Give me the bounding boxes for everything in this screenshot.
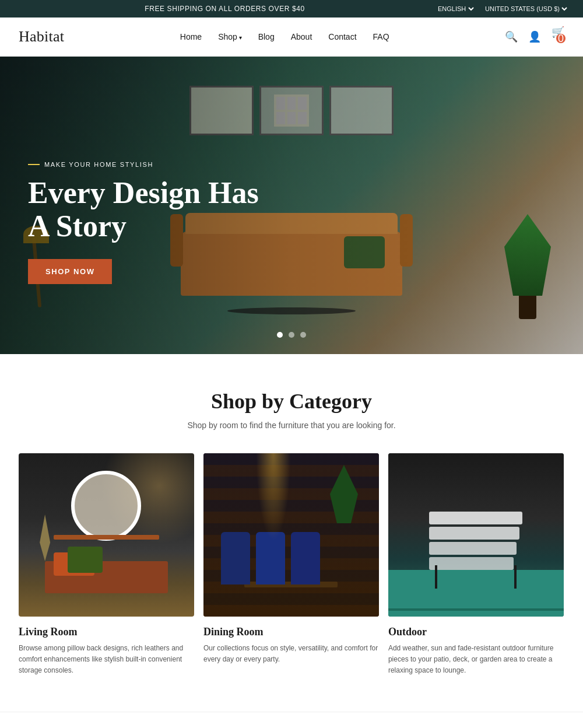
category-section-subtitle: Shop by room to find the furniture that …: [19, 421, 564, 430]
category-name-outdoor: Outdoor: [388, 626, 564, 638]
category-card-dining-room[interactable]: Dining Room Our collections focus on sty…: [203, 453, 379, 677]
category-desc-dining-room: Our collections focus on style, versatil…: [203, 643, 379, 665]
top-bar-right: ENGLISH UNITED STATES (USD $): [436, 5, 569, 13]
category-image-dining-room: [203, 453, 379, 617]
nav-about[interactable]: About: [291, 32, 312, 41]
main-nav: Home Shop Blog About Contact FAQ: [180, 32, 389, 41]
site-header: Habitat Home Shop Blog About Contact FAQ…: [0, 18, 583, 57]
header-icons: 🔍 👤 🛒 0: [505, 26, 564, 48]
hero-dot-3[interactable]: [300, 332, 306, 338]
category-section: Shop by Category Shop by room to find th…: [0, 354, 583, 712]
top-bar: FREE SHIPPING ON ALL ORDERS OVER $40 ENG…: [0, 0, 583, 18]
cart-count: 0: [556, 34, 566, 43]
category-grid: Living Room Browse among pillow back des…: [19, 453, 564, 677]
nav-contact[interactable]: Contact: [328, 32, 356, 41]
hero-dot-1[interactable]: [277, 332, 283, 338]
category-image-outdoor: [388, 453, 564, 617]
brands-section: J JARDAN vitra. Allermuir MOROSO™ FortyW…: [0, 712, 583, 728]
search-icon[interactable]: 🔍: [505, 30, 518, 43]
nav-home[interactable]: Home: [180, 32, 202, 41]
hero-title: Every Design Has A Story: [28, 176, 261, 243]
hero-cta-button[interactable]: SHOP NOW: [28, 259, 112, 284]
nav-shop[interactable]: Shop: [218, 32, 241, 41]
cart-icon[interactable]: 🛒 0: [552, 26, 564, 48]
account-icon[interactable]: 👤: [528, 30, 541, 43]
category-section-title: Shop by Category: [19, 389, 564, 414]
category-desc-outdoor: Add weather, sun and fade-resistant outd…: [388, 643, 564, 677]
language-selector[interactable]: ENGLISH: [436, 5, 476, 13]
category-card-living-room[interactable]: Living Room Browse among pillow back des…: [19, 453, 194, 677]
shipping-announcement: FREE SHIPPING ON ALL ORDERS OVER $40: [14, 5, 436, 13]
nav-blog[interactable]: Blog: [258, 32, 275, 41]
hero-content: MAKE YOUR HOME STYLISH Every Design Has …: [28, 161, 261, 284]
category-image-living-room: [19, 453, 194, 617]
hero-dot-2[interactable]: [289, 332, 294, 338]
nav-faq[interactable]: FAQ: [373, 32, 389, 41]
hero-section: MAKE YOUR HOME STYLISH Every Design Has …: [0, 57, 583, 354]
site-logo[interactable]: Habitat: [19, 28, 64, 46]
category-name-dining-room: Dining Room: [203, 626, 379, 638]
currency-selector[interactable]: UNITED STATES (USD $): [483, 5, 569, 13]
hero-dots: [277, 332, 306, 338]
outdoor-chairs: [429, 512, 522, 570]
category-desc-living-room: Browse among pillow back designs, rich l…: [19, 643, 194, 677]
category-card-outdoor[interactable]: Outdoor Add weather, sun and fade-resist…: [388, 453, 564, 677]
hero-subtitle: MAKE YOUR HOME STYLISH: [28, 161, 261, 168]
category-name-living-room: Living Room: [19, 626, 194, 638]
